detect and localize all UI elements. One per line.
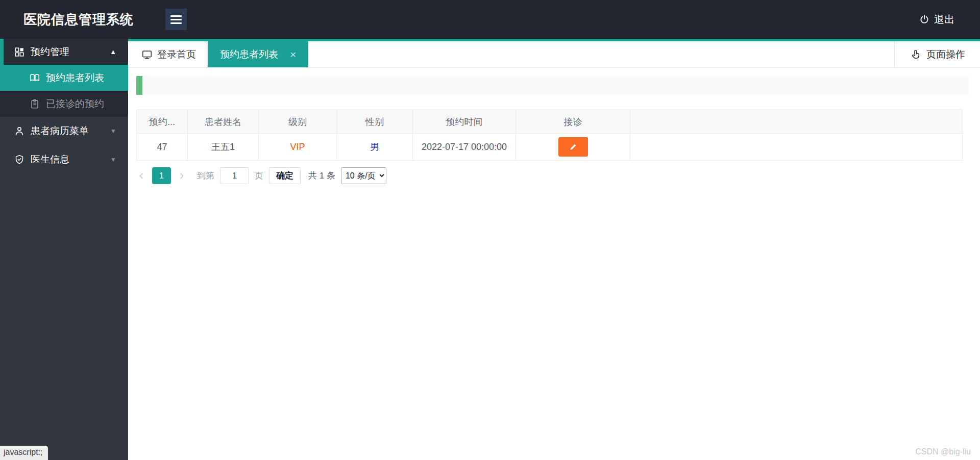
chevron-down-icon: ▼ [110,127,116,135]
cell-empty [630,134,963,161]
column-header-appointment-time: 预约时间 [413,110,516,134]
hamburger-icon [170,15,182,17]
sidebar: 预约管理 ▲ 预约患者列表 已接诊的预约 [0,39,128,460]
grid-icon [14,46,25,58]
clipboard-icon [29,98,40,110]
toolbar-strip [136,76,969,95]
chevron-right-icon[interactable] [177,167,187,184]
goto-suffix-label: 页 [255,170,263,182]
goto-page-input[interactable] [220,167,249,184]
column-header-appointment-id: 预约... [137,110,188,134]
tab-label: 登录首页 [157,48,196,61]
hand-pointer-icon [910,48,922,61]
main-layout: 预约管理 ▲ 预约患者列表 已接诊的预约 [0,39,980,460]
tab-appointment-patient-list[interactable]: 预约患者列表 × [208,41,308,67]
cell-level: VIP [259,134,337,161]
column-header-patient-name: 患者姓名 [188,110,259,134]
monitor-icon [141,49,153,60]
user-icon [14,125,25,137]
chevron-down-icon: ▼ [110,156,116,163]
sidebar-item-patient-records-menu[interactable]: 患者病历菜单 ▼ [0,117,128,145]
status-link-preview: javascript:; [0,446,48,460]
logout-button[interactable]: 退出 [919,13,954,27]
sidebar-item-label: 预约患者列表 [46,71,104,85]
logout-label: 退出 [934,13,954,27]
page-actions-button[interactable]: 页面操作 [894,41,980,67]
app-header: 医院信息管理系统 退出 [0,0,980,39]
sidebar-item-appointment-management[interactable]: 预约管理 ▲ [0,39,128,65]
column-header-level: 级别 [259,110,337,134]
sidebar-item-appointment-patient-list[interactable]: 预约患者列表 [0,65,128,91]
goto-prefix-label: 到第 [197,170,214,182]
content-area: 登录首页 预约患者列表 × 页面操作 [128,39,980,460]
cell-gender: 男 [337,134,413,161]
receive-edit-button[interactable] [558,137,588,157]
chevron-left-icon[interactable] [136,167,146,184]
sidebar-item-label: 预约管理 [31,45,69,59]
shield-check-icon [14,154,25,165]
cell-patient-name: 王五1 [188,134,259,161]
table-header-row: 预约... 患者姓名 级别 性别 预约时间 接诊 [137,110,963,134]
pencil-icon [569,142,578,151]
sidebar-item-label: 已接诊的预约 [46,97,104,111]
sidebar-item-label: 医生信息 [31,153,69,166]
column-header-empty [630,110,963,134]
cell-appointment-time: 2022-07-17 00:00:00 [413,134,516,161]
cell-appointment-id: 47 [137,134,188,161]
tab-label: 预约患者列表 [220,48,278,61]
pagination-bar: 1 到第 页 确定 共 1 条 10 条/页 [136,167,980,184]
appointment-table: 预约... 患者姓名 级别 性别 预约时间 接诊 47 王五1 VIP 男 [136,110,963,161]
book-icon [29,72,40,84]
sidebar-item-received-appointments[interactable]: 已接诊的预约 [0,91,128,117]
cell-receive-action [516,134,630,161]
current-page-button[interactable]: 1 [152,167,171,184]
table-row: 47 王五1 VIP 男 2022-07-17 00:00:00 [137,134,963,161]
page-actions-label: 页面操作 [926,48,965,61]
tab-bar: 登录首页 预约患者列表 × 页面操作 [128,41,980,68]
chevron-up-icon: ▲ [110,48,116,56]
sidebar-toggle-button[interactable] [165,9,187,30]
watermark-text: CSDN @big-liu [915,447,971,456]
tab-login-home[interactable]: 登录首页 [128,41,208,67]
close-icon[interactable]: × [290,49,296,60]
power-icon [919,14,929,24]
goto-confirm-button[interactable]: 确定 [269,167,301,184]
sidebar-item-label: 患者病历菜单 [31,124,89,138]
green-accent-bar [136,76,142,95]
sidebar-item-doctor-info[interactable]: 医生信息 ▼ [0,145,128,174]
total-count-label: 共 1 条 [308,170,335,182]
app-title: 医院信息管理系统 [23,11,134,29]
column-header-receive: 接诊 [516,110,630,134]
page-size-select[interactable]: 10 条/页 [341,167,386,184]
column-header-gender: 性别 [337,110,413,134]
